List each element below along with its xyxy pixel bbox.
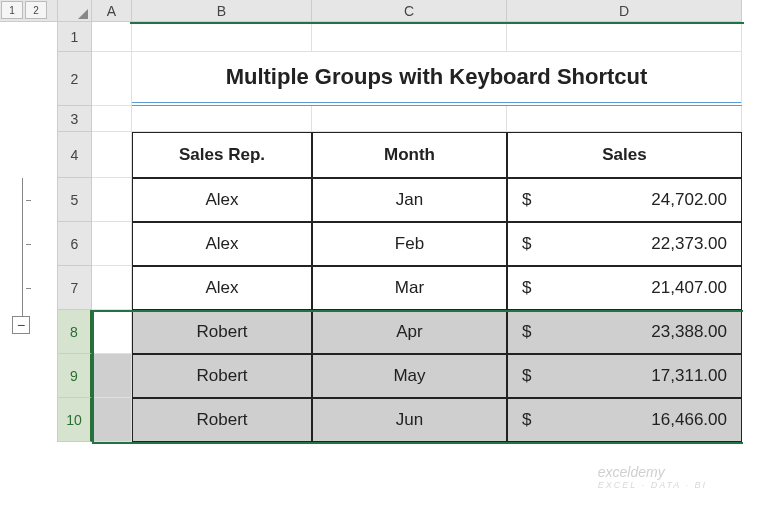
cell-A8[interactable] [92, 310, 132, 354]
row-header-2[interactable]: 2 [58, 52, 92, 106]
watermark-main: exceldemy [598, 464, 665, 480]
cell-sales[interactable]: $ 21,407.00 [507, 266, 742, 310]
cell-month[interactable]: Mar [312, 266, 507, 310]
cell-sales[interactable]: $ 17,311.00 [507, 354, 742, 398]
currency-symbol: $ [522, 366, 531, 386]
amount: 22,373.00 [651, 234, 727, 254]
row-header-3[interactable]: 3 [58, 106, 92, 132]
cell-sales[interactable]: $ 16,466.00 [507, 398, 742, 442]
outline-gutter [0, 398, 58, 442]
outline-gutter [0, 222, 58, 266]
outline-level-2-button[interactable]: 2 [25, 1, 47, 19]
outline-gutter [0, 132, 58, 178]
cell-sales[interactable]: $ 22,373.00 [507, 222, 742, 266]
spreadsheet: 1 2 A B C D 1 2 Multiple Groups with Key… [0, 0, 767, 442]
currency-symbol: $ [522, 234, 531, 254]
cell-D3[interactable] [507, 106, 742, 132]
column-header-A[interactable]: A [92, 0, 132, 22]
cell-month[interactable]: Jan [312, 178, 507, 222]
outline-gutter: − [0, 310, 58, 354]
selection-border [130, 22, 744, 24]
row-header-8[interactable]: 8 [58, 310, 92, 354]
row-7: 7 Alex Mar $ 21,407.00 [0, 266, 767, 310]
selection-border [92, 310, 743, 312]
selection-border [92, 442, 743, 444]
table-header-month[interactable]: Month [312, 132, 507, 178]
amount: 21,407.00 [651, 278, 727, 298]
outline-gutter [0, 354, 58, 398]
cell-C3[interactable] [312, 106, 507, 132]
column-header-row: 1 2 A B C D [0, 0, 767, 22]
cell-rep[interactable]: Alex [132, 222, 312, 266]
cell-rep[interactable]: Alex [132, 266, 312, 310]
cell-rep[interactable]: Alex [132, 178, 312, 222]
cell-A5[interactable] [92, 178, 132, 222]
amount: 16,466.00 [651, 410, 727, 430]
outline-gutter [0, 178, 58, 222]
column-header-D[interactable]: D [507, 0, 742, 22]
watermark-sub: EXCEL · DATA · BI [598, 480, 707, 490]
row-9: 9 Robert May $ 17,311.00 [0, 354, 767, 398]
cell-A2[interactable] [92, 52, 132, 106]
group-collapse-button[interactable]: − [12, 316, 30, 334]
cell-month[interactable]: May [312, 354, 507, 398]
row-8: − 8 Robert Apr $ 23,388.00 [0, 310, 767, 354]
select-all-corner[interactable] [58, 0, 92, 22]
outline-gutter [0, 22, 58, 52]
cell-A1[interactable] [92, 22, 132, 52]
selection-border [92, 310, 94, 444]
outline-level-1-button[interactable]: 1 [1, 1, 23, 19]
row-header-9[interactable]: 9 [58, 354, 92, 398]
row-header-5[interactable]: 5 [58, 178, 92, 222]
cell-month[interactable]: Apr [312, 310, 507, 354]
cell-sales[interactable]: $ 23,388.00 [507, 310, 742, 354]
table-header-sales[interactable]: Sales [507, 132, 742, 178]
column-header-B[interactable]: B [132, 0, 312, 22]
cell-A9[interactable] [92, 354, 132, 398]
amount: 17,311.00 [651, 366, 727, 386]
row-10: 10 Robert Jun $ 16,466.00 [0, 398, 767, 442]
cell-rep[interactable]: Robert [132, 398, 312, 442]
amount: 24,702.00 [651, 190, 727, 210]
currency-symbol: $ [522, 410, 531, 430]
row-header-6[interactable]: 6 [58, 222, 92, 266]
cell-month[interactable]: Jun [312, 398, 507, 442]
outline-gutter [0, 106, 58, 132]
cell-sales[interactable]: $ 24,702.00 [507, 178, 742, 222]
row-3: 3 [0, 106, 767, 132]
cell-A3[interactable] [92, 106, 132, 132]
cell-C1[interactable] [312, 22, 507, 52]
row-4: 4 Sales Rep. Month Sales [0, 132, 767, 178]
cell-A10[interactable] [92, 398, 132, 442]
cell-rep[interactable]: Robert [132, 354, 312, 398]
row-header-10[interactable]: 10 [58, 398, 92, 442]
table-header-rep[interactable]: Sales Rep. [132, 132, 312, 178]
cell-B3[interactable] [132, 106, 312, 132]
outline-gutter [0, 266, 58, 310]
cell-month[interactable]: Feb [312, 222, 507, 266]
outline-level-buttons: 1 2 [0, 0, 58, 22]
currency-symbol: $ [522, 190, 531, 210]
row-2: 2 Multiple Groups with Keyboard Shortcut [0, 52, 767, 106]
currency-symbol: $ [522, 278, 531, 298]
row-header-1[interactable]: 1 [58, 22, 92, 52]
cell-A6[interactable] [92, 222, 132, 266]
currency-symbol: $ [522, 322, 531, 342]
page-title[interactable]: Multiple Groups with Keyboard Shortcut [132, 52, 742, 106]
column-header-C[interactable]: C [312, 0, 507, 22]
row-header-4[interactable]: 4 [58, 132, 92, 178]
cell-A7[interactable] [92, 266, 132, 310]
outline-gutter [0, 52, 58, 106]
row-header-7[interactable]: 7 [58, 266, 92, 310]
cell-D1[interactable] [507, 22, 742, 52]
cell-A4[interactable] [92, 132, 132, 178]
row-6: 6 Alex Feb $ 22,373.00 [0, 222, 767, 266]
watermark: exceldemy EXCEL · DATA · BI [598, 464, 707, 490]
row-5: 5 Alex Jan $ 24,702.00 [0, 178, 767, 222]
row-1: 1 [0, 22, 767, 52]
amount: 23,388.00 [651, 322, 727, 342]
cell-B1[interactable] [132, 22, 312, 52]
cell-rep[interactable]: Robert [132, 310, 312, 354]
